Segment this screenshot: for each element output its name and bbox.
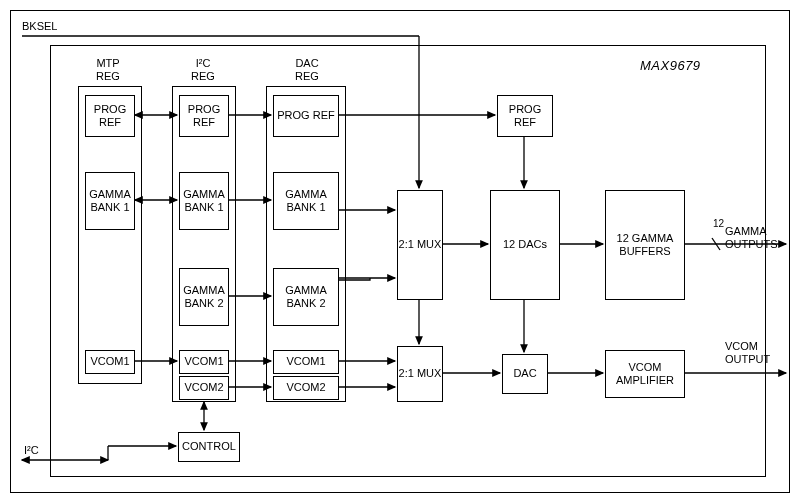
gamma-buffers: 12 GAMMA BUFFERS xyxy=(605,190,685,300)
top-prog-ref: PROG REF xyxy=(497,95,553,137)
i2c-label: I²C xyxy=(24,444,39,457)
dac-prog-ref: PROG REF xyxy=(273,95,339,137)
bksel-label: BKSEL xyxy=(22,20,57,33)
i2c-vcom1: VCOM1 xyxy=(179,350,229,374)
mux-gamma: 2:1 MUX xyxy=(397,190,443,300)
dac-gamma-bank2: GAMMA BANK 2 xyxy=(273,268,339,326)
i2c-reg-header: I²C REG xyxy=(183,57,223,83)
dac-gamma-bank1-label: GAMMA BANK 1 xyxy=(274,188,338,214)
dacs-12: 12 DACs xyxy=(490,190,560,300)
mtp-prog-ref: PROG REF xyxy=(85,95,135,137)
mtp-vcom1: VCOM1 xyxy=(85,350,135,374)
dac-single-label: DAC xyxy=(513,367,536,380)
vcom-amplifier: VCOM AMPLIFIER xyxy=(605,350,685,398)
dac-single: DAC xyxy=(502,354,548,394)
mtp-prog-ref-label: PROG REF xyxy=(86,103,134,129)
mtp-vcom1-label: VCOM1 xyxy=(90,355,129,368)
mtp-reg-header: MTP REG xyxy=(88,57,128,83)
dac-reg-header: DAC REG xyxy=(277,57,337,83)
mux-vcom-label: 2:1 MUX xyxy=(399,367,442,380)
gamma-count-label: 12 xyxy=(713,218,724,230)
top-prog-ref-label: PROG REF xyxy=(498,103,552,129)
i2c-gamma-bank2: GAMMA BANK 2 xyxy=(179,268,229,326)
mtp-gamma-bank1-label: GAMMA BANK 1 xyxy=(86,188,134,214)
i2c-vcom2-label: VCOM2 xyxy=(184,381,223,394)
gamma-buffers-label: 12 GAMMA BUFFERS xyxy=(606,232,684,258)
i2c-vcom1-label: VCOM1 xyxy=(184,355,223,368)
dac-vcom1: VCOM1 xyxy=(273,350,339,374)
i2c-gamma-bank1: GAMMA BANK 1 xyxy=(179,172,229,230)
chip-name-label: MAX9679 xyxy=(640,58,701,74)
i2c-gamma-bank2-label: GAMMA BANK 2 xyxy=(180,284,228,310)
i2c-vcom2: VCOM2 xyxy=(179,376,229,400)
control: CONTROL xyxy=(178,432,240,462)
dac-vcom1-label: VCOM1 xyxy=(286,355,325,368)
dac-vcom2-label: VCOM2 xyxy=(286,381,325,394)
dac-gamma-bank1: GAMMA BANK 1 xyxy=(273,172,339,230)
dac-gamma-bank2-label: GAMMA BANK 2 xyxy=(274,284,338,310)
control-label: CONTROL xyxy=(182,440,236,453)
i2c-prog-ref: PROG REF xyxy=(179,95,229,137)
mtp-gamma-bank1: GAMMA BANK 1 xyxy=(85,172,135,230)
dac-prog-ref-label: PROG REF xyxy=(277,109,334,122)
dacs-12-label: 12 DACs xyxy=(503,238,547,251)
mux-gamma-label: 2:1 MUX xyxy=(399,238,442,251)
i2c-prog-ref-label: PROG REF xyxy=(180,103,228,129)
gamma-outputs-label: GAMMA OUTPUTS xyxy=(725,225,778,251)
vcom-output-label: VCOM OUTPUT xyxy=(725,340,770,366)
i2c-gamma-bank1-label: GAMMA BANK 1 xyxy=(180,188,228,214)
vcom-amplifier-label: VCOM AMPLIFIER xyxy=(606,361,684,387)
mux-vcom: 2:1 MUX xyxy=(397,346,443,402)
dac-vcom2: VCOM2 xyxy=(273,376,339,400)
